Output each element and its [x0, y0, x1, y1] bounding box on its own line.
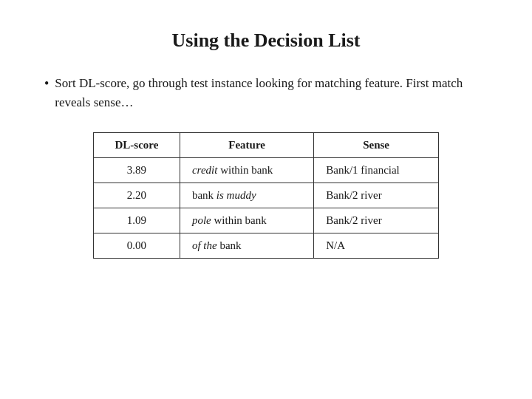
col-header-feature: Feature [180, 133, 313, 158]
decision-list-table: DL-score Feature Sense 3.89 credit withi… [93, 132, 439, 259]
score-cell: 0.00 [94, 233, 180, 259]
feature-cell: bank is muddy [180, 183, 313, 208]
sense-cell: Bank/1 financial [314, 158, 439, 183]
sense-cell: Bank/2 river [314, 208, 439, 233]
score-cell: 1.09 [94, 208, 180, 233]
feature-italic: of the [192, 239, 217, 251]
feature-italic: is muddy [216, 189, 256, 201]
score-cell: 3.89 [94, 158, 180, 183]
bullet-section: • Sort DL-score, go through test instanc… [44, 74, 488, 112]
col-header-sense: Sense [314, 133, 439, 158]
feature-cell: pole within bank [180, 208, 313, 233]
table-row: 1.09 pole within bank Bank/2 river [94, 208, 439, 233]
feature-italic: pole [192, 214, 211, 226]
feature-italic: credit [192, 164, 217, 176]
bullet-content: Sort DL-score, go through test instance … [55, 74, 488, 112]
bullet-symbol: • [44, 74, 49, 112]
sense-cell: Bank/2 river [314, 183, 439, 208]
col-header-dl-score: DL-score [94, 133, 180, 158]
bullet-text: • Sort DL-score, go through test instanc… [44, 74, 488, 112]
score-cell: 2.20 [94, 183, 180, 208]
feature-cell: of the bank [180, 233, 313, 259]
sense-cell: N/A [314, 233, 439, 259]
feature-cell: credit within bank [180, 158, 313, 183]
table-header-row: DL-score Feature Sense [94, 133, 439, 158]
table-row: 0.00 of the bank N/A [94, 233, 439, 259]
table-row: 2.20 bank is muddy Bank/2 river [94, 183, 439, 208]
page-title: Using the Decision List [172, 30, 361, 52]
table-row: 3.89 credit within bank Bank/1 financial [94, 158, 439, 183]
